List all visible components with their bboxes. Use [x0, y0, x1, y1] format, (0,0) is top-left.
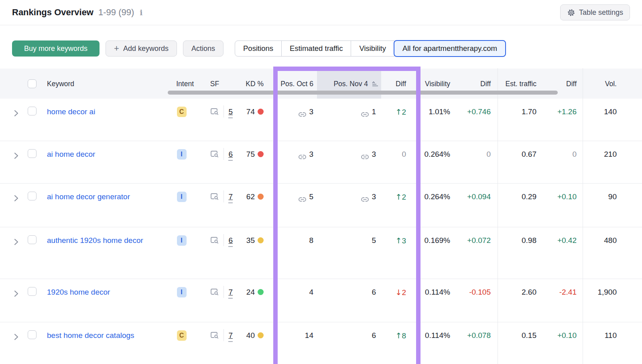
keyword-link[interactable]: ai home decor generator [47, 192, 130, 202]
row-expander[interactable] [12, 141, 24, 183]
sf-count[interactable]: 7 [228, 330, 233, 342]
row-checkbox[interactable] [28, 287, 37, 296]
position-value[interactable]: 3 [309, 149, 313, 160]
visibility-value: 0.264% [425, 149, 450, 160]
traffic-diff: 0 [572, 149, 577, 160]
volume-value: 90 [608, 192, 617, 202]
view-tab-estimated-traffic[interactable]: Estimated traffic [281, 40, 351, 57]
position-value: 6 [372, 287, 376, 297]
est-traffic-cell: 0.98 [498, 227, 540, 279]
header-checkbox-cell [24, 69, 42, 99]
sf-cell: 7 [195, 279, 235, 322]
position-value[interactable]: 3 [372, 192, 376, 202]
pos-oct-cell: 3 [265, 99, 317, 141]
col-header-volume[interactable]: Vol. [583, 69, 620, 99]
select-all-checkbox[interactable] [28, 79, 37, 88]
kd-dot [258, 194, 264, 200]
serp-features-icon[interactable] [211, 193, 219, 204]
sf-count[interactable]: 7 [228, 192, 233, 203]
sf-count[interactable]: 6 [228, 235, 233, 247]
intent-badge: I [177, 287, 187, 297]
est-traffic-cell: 1.70 [498, 99, 540, 141]
row-checkbox[interactable] [28, 107, 37, 115]
visibility-diff-cell: +0.746 [453, 99, 498, 141]
arrow-up-icon: ↑ [396, 107, 402, 116]
table-settings-button[interactable]: Table settings [560, 4, 630, 20]
volume-cell: 90 [583, 184, 620, 227]
row-checkbox[interactable] [28, 149, 37, 158]
chevron-right-icon [14, 109, 18, 119]
sf-count[interactable]: 6 [228, 149, 233, 161]
row-checkbox[interactable] [28, 192, 37, 200]
intent-badge: I [177, 235, 187, 246]
checkbox-cell [24, 141, 42, 183]
view-tab-all-for-apartmenttherapy-com[interactable]: All for apartmenttherapy.com [394, 40, 506, 57]
position-value[interactable]: 5 [309, 192, 313, 202]
chevron-right-icon [14, 152, 18, 162]
keyword-link[interactable]: best home decor catalogs [47, 330, 134, 341]
keyword-link[interactable]: 1920s home decor [47, 287, 110, 297]
spacer [620, 99, 642, 141]
view-tab-visibility[interactable]: Visibility [351, 40, 394, 57]
volume-cell: 110 [583, 322, 620, 364]
volume-value: 110 [605, 330, 617, 341]
info-icon[interactable]: i [140, 8, 142, 17]
visibility-cell: 0.264% [410, 141, 453, 183]
keyword-link[interactable]: authentic 1920s home decor [47, 235, 143, 246]
row-checkbox[interactable] [28, 330, 37, 339]
serp-features-icon[interactable] [211, 150, 219, 161]
visibility-diff: +0.094 [467, 192, 491, 202]
serp-features-icon[interactable] [211, 108, 219, 119]
pos-diff-cell: ↑2 [381, 99, 410, 141]
visibility-diff: +0.072 [467, 235, 491, 246]
link-icon [298, 109, 307, 120]
position-value: 14 [305, 330, 313, 341]
est-traffic-cell: 0.67 [498, 141, 540, 183]
row-checkbox[interactable] [28, 235, 37, 244]
kd-cell: 75 [235, 141, 265, 183]
arrow-down-icon: ↓ [396, 288, 402, 297]
visibility-cell: 1.01% [410, 99, 453, 141]
row-expander[interactable] [12, 322, 24, 364]
pos-nov-cell: 3 [317, 184, 381, 227]
position-value[interactable]: 1 [372, 107, 376, 117]
chevron-right-icon [14, 194, 18, 204]
kd-cell: 24 [235, 279, 265, 322]
kd-value: 24 [246, 287, 255, 297]
view-tab-positions[interactable]: Positions [235, 40, 282, 57]
sf-count[interactable]: 7 [228, 287, 233, 299]
sf-count[interactable]: 5 [228, 107, 233, 118]
keyword-link[interactable]: home decor ai [47, 107, 95, 117]
row-expander[interactable] [12, 184, 24, 227]
visibility-cell: 0.264% [410, 184, 453, 227]
traffic-diff-cell: -2.41 [540, 279, 583, 322]
volume-value: 210 [604, 149, 617, 160]
row-expander[interactable] [12, 279, 24, 322]
intent-badge: C [177, 330, 187, 341]
serp-features-icon[interactable] [211, 332, 219, 342]
serp-features-icon[interactable] [211, 237, 219, 247]
pos-diff-cell: ↑8 [381, 322, 410, 364]
kd-dot [258, 151, 264, 157]
spacer [0, 184, 12, 227]
position-value[interactable]: 3 [309, 107, 313, 117]
divider [223, 105, 224, 117]
serp-features-icon[interactable] [211, 288, 219, 299]
pos-diff-cell: ↑2 [381, 184, 410, 227]
add-keywords-button[interactable]: + Add keywords [106, 40, 177, 57]
buy-more-keywords-button[interactable]: Buy more keywords [12, 40, 100, 57]
position-diff: ↑2 [396, 107, 406, 117]
kd-cell: 74 [235, 99, 265, 141]
column-divider [498, 68, 498, 364]
horizontal-scrollbar[interactable] [168, 91, 558, 95]
col-header-keyword[interactable]: Keyword [42, 69, 169, 99]
title-group: Rankings Overview 1-99 (99) i [12, 7, 142, 18]
row-expander[interactable] [12, 227, 24, 279]
row-expander[interactable] [12, 99, 24, 141]
link-icon [361, 152, 369, 162]
table-settings-label: Table settings [579, 8, 623, 17]
keyword-link[interactable]: ai home decor [47, 149, 95, 160]
pos-nov-cell: 3 [317, 141, 381, 183]
actions-button[interactable]: Actions [183, 40, 223, 57]
position-value[interactable]: 3 [372, 149, 376, 160]
